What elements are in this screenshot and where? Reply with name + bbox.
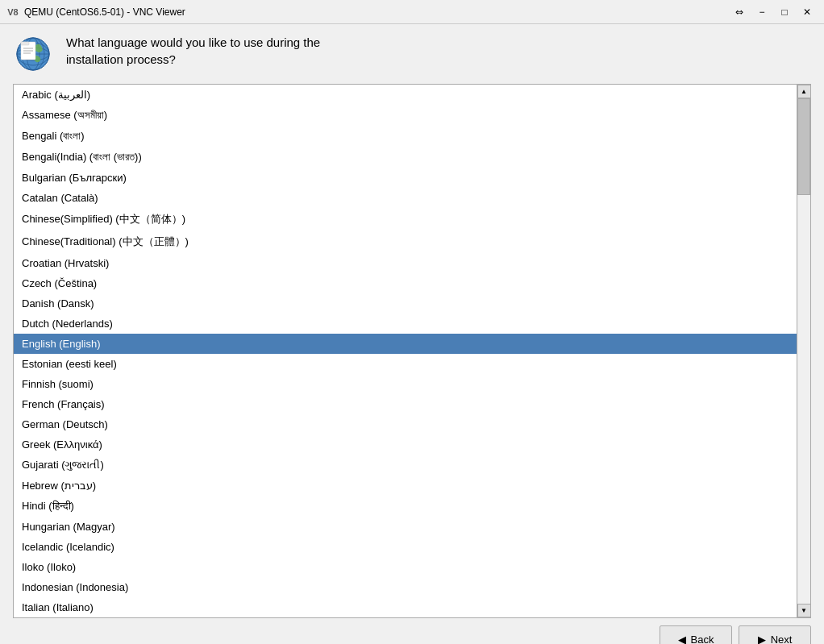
language-list-container: Arabic (العربية)Assamese (অসমীয়া)Bengal… — [13, 84, 811, 618]
window-controls: ⇔ − □ ✕ — [729, 4, 818, 20]
language-item-chinese-traditional[interactable]: Chinese(Traditional) (中文（正體）) — [14, 231, 797, 253]
connection-icon-btn[interactable]: ⇔ — [729, 4, 750, 20]
minimize-button[interactable]: − — [751, 4, 772, 20]
title-bar-left: V8 QEMU (CentOS6.5-01) - VNC Viewer — [6, 6, 185, 19]
app-icon: V8 — [6, 6, 19, 19]
language-item-german[interactable]: German (Deutsch) — [14, 414, 797, 434]
language-item-danish[interactable]: Danish (Dansk) — [14, 293, 797, 314]
language-item-icelandic[interactable]: Icelandic (Icelandic) — [14, 537, 797, 557]
language-item-indonesian[interactable]: Indonesian (Indonesia) — [14, 577, 797, 597]
language-item-catalan[interactable]: Catalan (Català) — [14, 188, 797, 208]
scrollbar[interactable]: ▲ ▼ — [797, 85, 810, 617]
language-item-dutch[interactable]: Dutch (Nederlands) — [14, 314, 797, 334]
title-bar: V8 QEMU (CentOS6.5-01) - VNC Viewer ⇔ − … — [0, 0, 824, 24]
language-item-iloko[interactable]: Iloko (Iloko) — [14, 557, 797, 577]
main-window: V8 QEMU (CentOS6.5-01) - VNC Viewer ⇔ − … — [0, 0, 824, 644]
language-item-assamese[interactable]: Assamese (অসমীয়া) — [14, 105, 797, 126]
next-button[interactable]: ▶ Next — [739, 625, 811, 644]
language-item-bulgarian[interactable]: Bulgarian (Български) — [14, 168, 797, 188]
next-label: Next — [771, 634, 793, 645]
language-item-estonian[interactable]: Estonian (eesti keel) — [14, 354, 797, 374]
maximize-button[interactable]: □ — [774, 4, 795, 20]
language-item-chinese-simplified[interactable]: Chinese(Simplified) (中文（简体）) — [14, 208, 797, 231]
svg-rect-8 — [21, 42, 29, 45]
window-title: QEMU (CentOS6.5-01) - VNC Viewer — [24, 6, 185, 18]
content-area: What language would you like to use duri… — [0, 24, 824, 644]
language-item-gujarati[interactable]: Gujarati (ગુજરાતી) — [14, 455, 797, 476]
language-item-arabic[interactable]: Arabic (العربية) — [14, 85, 797, 105]
bottom-bar: ◀ Back ▶ Next — [0, 618, 824, 644]
scroll-down-button[interactable]: ▼ — [797, 604, 811, 617]
header-section: What language would you like to use duri… — [0, 24, 824, 84]
language-item-english[interactable]: English (English) — [14, 334, 797, 354]
next-arrow-icon: ▶ — [758, 634, 766, 645]
back-arrow-icon: ◀ — [678, 634, 686, 645]
language-item-bengali-india[interactable]: Bengali(India) (বাংলা (ভারত)) — [14, 147, 797, 168]
language-item-hindi[interactable]: Hindi (हिन्दी) — [14, 496, 797, 517]
header-question: What language would you like to use duri… — [66, 34, 320, 68]
scrollbar-thumb-area — [797, 98, 810, 604]
language-item-czech[interactable]: Czech (Čeština) — [14, 273, 797, 293]
language-item-bengali[interactable]: Bengali (বাংলা) — [14, 126, 797, 147]
language-item-finnish[interactable]: Finnish (suomi) — [14, 374, 797, 394]
globe-icon — [13, 34, 53, 74]
back-button[interactable]: ◀ Back — [660, 625, 732, 644]
language-list[interactable]: Arabic (العربية)Assamese (অসমীয়া)Bengal… — [14, 85, 810, 617]
language-item-greek[interactable]: Greek (Ελληνικά) — [14, 434, 797, 455]
language-item-french[interactable]: French (Français) — [14, 394, 797, 414]
scroll-up-button[interactable]: ▲ — [797, 85, 811, 98]
close-button[interactable]: ✕ — [797, 4, 818, 20]
language-item-hebrew[interactable]: Hebrew (עברית) — [14, 476, 797, 496]
scrollbar-thumb[interactable] — [797, 98, 810, 195]
language-item-hungarian[interactable]: Hungarian (Magyar) — [14, 517, 797, 537]
back-label: Back — [691, 634, 714, 645]
language-item-croatian[interactable]: Croatian (Hrvatski) — [14, 253, 797, 273]
language-item-italian[interactable]: Italian (Italiano) — [14, 597, 797, 617]
